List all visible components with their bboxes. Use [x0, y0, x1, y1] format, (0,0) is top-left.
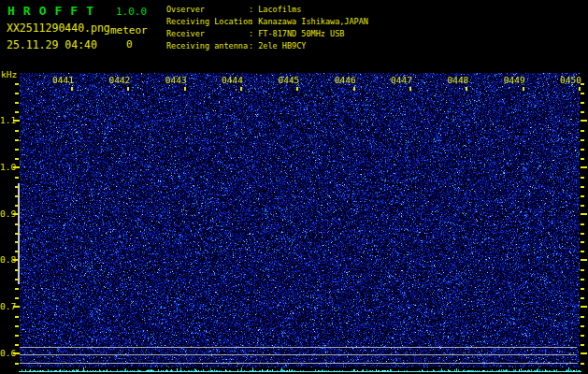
station-info-value: : Kanazawa Ishikawa,JAPAN — [249, 16, 368, 28]
time-tick-label: 0450 — [553, 75, 581, 85]
freq-minor-tick-right — [581, 111, 584, 113]
freq-minor-tick-left — [15, 325, 19, 327]
time-tick-label: 0446 — [328, 75, 356, 85]
station-info-text: 2ele HB9CY — [258, 41, 306, 50]
station-info-text: Kanazawa Ishikawa,JAPAN — [258, 17, 368, 26]
freq-minor-tick-right — [581, 241, 584, 243]
freq-minor-tick-right — [581, 297, 584, 299]
freq-minor-tick-right — [581, 251, 584, 252]
freq-minor-tick-left — [15, 177, 19, 179]
time-tick-label: 0449 — [497, 75, 525, 85]
freq-minor-tick-right — [581, 316, 584, 318]
freq-minor-tick-right — [581, 205, 584, 207]
freq-minor-tick-right — [581, 93, 584, 94]
freq-minor-tick-right — [581, 288, 584, 290]
station-info-label: Receiving antenna — [166, 40, 248, 52]
info-separator: : — [249, 41, 253, 50]
freq-minor-tick-left — [15, 158, 19, 160]
info-separator: : — [249, 17, 253, 26]
station-info-row: Ovserver: Lacofilms — [166, 4, 447, 16]
level-reference-line — [20, 363, 577, 364]
freq-major-tick-left — [13, 166, 20, 168]
meteor-count-value: 0 — [126, 38, 133, 50]
output-filename: XX2511290440.png — [7, 22, 110, 35]
freq-minor-tick-right — [581, 186, 584, 188]
signal-level-trace — [0, 367, 588, 374]
freq-minor-tick-left — [15, 83, 19, 85]
time-tick-label: 0441 — [46, 75, 74, 85]
app-title: HROFFT — [7, 4, 102, 18]
freq-minor-tick-left — [15, 149, 19, 151]
freq-minor-tick-right — [581, 233, 584, 235]
freq-minor-tick-right — [581, 149, 584, 151]
freq-minor-tick-right — [581, 158, 584, 160]
freq-axis-unit-label: kHz — [1, 69, 17, 79]
station-info-label: Receiving Location — [166, 16, 252, 28]
freq-minor-tick-left — [15, 102, 19, 104]
time-tick-mark — [240, 87, 242, 91]
time-tick-mark — [353, 87, 355, 91]
freq-minor-tick-right — [581, 325, 584, 327]
freq-minor-tick-right — [581, 279, 584, 280]
station-info-label: Receiver — [166, 28, 205, 40]
time-tick-mark — [523, 87, 524, 91]
monitor-range-indicator-line — [18, 183, 20, 284]
time-tick-mark — [184, 87, 186, 91]
freq-minor-tick-right — [581, 195, 584, 197]
meteor-count-label: meteor — [110, 24, 148, 36]
freq-major-tick-right — [581, 306, 587, 308]
freq-minor-tick-right — [581, 363, 584, 365]
station-info-value: : Lacofilms — [249, 4, 301, 16]
time-tick-label: 0447 — [384, 75, 412, 85]
freq-major-tick-left — [13, 306, 20, 308]
station-info-row: Receiver: FT-817ND 50MHz USB — [166, 28, 447, 40]
freq-minor-tick-left — [15, 111, 19, 113]
freq-minor-tick-left — [15, 93, 19, 94]
time-tick-label: 0445 — [271, 75, 299, 85]
time-tick-mark — [127, 87, 129, 91]
freq-minor-tick-left — [15, 297, 19, 299]
time-tick-mark — [71, 87, 73, 91]
freq-minor-tick-right — [581, 177, 584, 179]
freq-major-tick-right — [581, 166, 587, 168]
info-separator: : — [249, 29, 253, 38]
freq-minor-tick-right — [581, 102, 584, 104]
time-tick-label: 0443 — [159, 75, 187, 85]
station-info-text: Lacofilms — [258, 5, 301, 14]
hrofft-window: HROFFT 1.0.0 XX2511290440.png meteor 25.… — [0, 0, 588, 374]
time-tick-mark — [409, 87, 411, 91]
freq-minor-tick-left — [15, 363, 19, 365]
freq-minor-tick-right — [581, 344, 584, 346]
info-separator: : — [249, 5, 253, 14]
station-info-block: Ovserver: LacofilmsReceiving Location: K… — [166, 4, 447, 52]
app-version: 1.0.0 — [116, 6, 147, 18]
time-tick-mark — [466, 87, 467, 91]
station-info-row: Receiving Location: Kanazawa Ishikawa,JA… — [166, 16, 447, 28]
freq-minor-tick-right — [581, 335, 584, 337]
freq-minor-tick-left — [15, 344, 19, 346]
freq-major-tick-left — [13, 352, 20, 354]
spectrogram-noise-field — [20, 73, 580, 367]
freq-minor-tick-left — [15, 335, 19, 337]
freq-minor-tick-right — [581, 139, 584, 141]
time-tick-label: 0442 — [102, 75, 130, 85]
level-reference-line — [20, 354, 577, 355]
freq-major-tick-right — [581, 352, 587, 354]
station-info-text: FT-817ND 50MHz USB — [258, 29, 344, 38]
freq-minor-tick-left — [15, 130, 19, 132]
freq-minor-tick-right — [581, 223, 584, 225]
observation-datetime: 25.11.29 04:40 — [7, 38, 97, 51]
time-tick-mark — [579, 87, 581, 91]
level-reference-line — [20, 347, 577, 348]
freq-major-tick-right — [581, 259, 587, 261]
time-tick-label: 0444 — [215, 75, 243, 85]
station-info-label: Ovserver — [166, 4, 205, 16]
freq-minor-tick-left — [15, 139, 19, 141]
freq-major-tick-right — [581, 213, 587, 215]
freq-minor-tick-right — [581, 130, 584, 132]
freq-major-tick-left — [13, 120, 20, 122]
time-tick-label: 0448 — [440, 75, 468, 85]
station-info-value: : 2ele HB9CY — [249, 40, 306, 52]
freq-minor-tick-left — [15, 288, 19, 290]
freq-minor-tick-right — [581, 269, 584, 271]
